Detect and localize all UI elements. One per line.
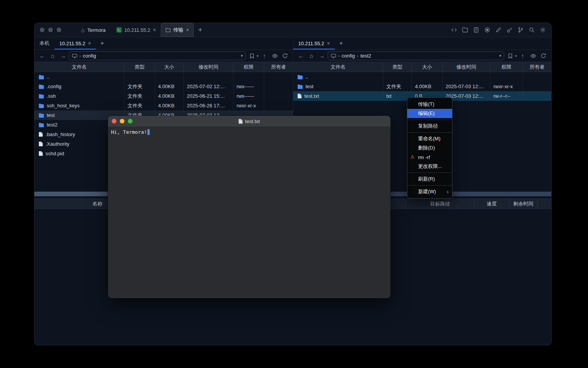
column-header-type[interactable]: 类型 bbox=[124, 62, 155, 72]
tab-remote-host[interactable]: 10.211.55.2 × bbox=[293, 37, 335, 49]
report-icon[interactable] bbox=[473, 26, 480, 33]
editor-titlebar[interactable]: test.txt bbox=[108, 116, 390, 127]
code-icon[interactable] bbox=[451, 26, 457, 33]
up-directory-button[interactable]: ↑ bbox=[260, 51, 269, 60]
pencil-icon[interactable] bbox=[495, 26, 502, 33]
menu-item-delete[interactable]: 删除(D) bbox=[407, 143, 452, 153]
back-button[interactable]: ← bbox=[38, 51, 47, 60]
zoom-window-button[interactable] bbox=[128, 119, 132, 123]
crumb-segment[interactable]: config bbox=[83, 53, 96, 59]
file-name: .. bbox=[305, 74, 308, 80]
column-header-target-path[interactable]: 目标路径 bbox=[406, 199, 475, 209]
bookmark-dropdown-icon[interactable]: ▾ bbox=[256, 54, 258, 58]
tab-transfer[interactable]: 传输 × bbox=[161, 23, 194, 37]
record-icon[interactable] bbox=[484, 26, 491, 33]
file-row[interactable]: test 文件夹 4.00KB 2025-07-03 12:... rwxr-x… bbox=[293, 82, 551, 91]
chevron-down-icon[interactable]: ▾ bbox=[499, 53, 501, 58]
file-row[interactable]: ssh_host_keys 文件夹 4.00KB 2025-06-26 17:.… bbox=[34, 101, 293, 110]
refresh-button[interactable] bbox=[539, 51, 548, 60]
close-icon[interactable]: × bbox=[186, 27, 189, 33]
menu-item-rename[interactable]: 重命名(M) bbox=[407, 134, 452, 143]
bookmark-button[interactable] bbox=[506, 51, 514, 60]
crumb-segment[interactable]: test2 bbox=[360, 53, 371, 59]
column-header-name[interactable]: 文件名 bbox=[293, 62, 383, 72]
folder-icon bbox=[39, 104, 44, 108]
show-hidden-button[interactable] bbox=[529, 51, 537, 60]
bookmark-button[interactable] bbox=[247, 51, 256, 60]
search-icon[interactable] bbox=[528, 26, 535, 33]
menu-item-copy-path[interactable]: 复制路径 bbox=[407, 122, 452, 131]
up-directory-button[interactable]: ↑ bbox=[518, 51, 527, 60]
chevron-down-icon[interactable]: ▾ bbox=[241, 53, 243, 58]
column-header-size[interactable]: 大小 bbox=[412, 62, 443, 72]
file-row[interactable]: .. bbox=[293, 72, 551, 82]
minimize-window-button[interactable] bbox=[48, 28, 53, 32]
refresh-button[interactable] bbox=[281, 51, 289, 60]
app-tab-label: Termora bbox=[87, 27, 106, 33]
menu-item-transfer[interactable]: 传输(T) bbox=[407, 100, 452, 109]
show-hidden-button[interactable] bbox=[270, 51, 279, 60]
column-header-remaining[interactable]: 剩余时间 bbox=[509, 199, 538, 209]
file-mtime bbox=[184, 72, 234, 82]
editor-window: test.txt Hi, Termora! bbox=[108, 116, 390, 298]
column-header-perm[interactable]: 权限 bbox=[490, 62, 523, 72]
key-icon[interactable] bbox=[506, 26, 513, 33]
close-window-button[interactable] bbox=[112, 119, 116, 123]
file-row[interactable]: .. bbox=[34, 72, 293, 82]
close-icon[interactable]: × bbox=[327, 41, 330, 46]
file-name: test bbox=[305, 84, 314, 89]
right-table-header: 文件名 类型 大小 修改时间 权限 所有者 bbox=[293, 62, 551, 72]
column-header-owner[interactable]: 所有者 bbox=[264, 62, 293, 72]
folder-icon[interactable] bbox=[462, 26, 469, 33]
column-header-speed[interactable]: 速度 bbox=[475, 199, 509, 209]
column-header-size[interactable]: 大小 bbox=[155, 62, 184, 72]
crumb-segment[interactable]: config bbox=[341, 53, 355, 59]
close-window-button[interactable] bbox=[40, 28, 44, 32]
file-owner bbox=[264, 72, 293, 82]
menu-separator bbox=[408, 120, 452, 120]
forward-button[interactable]: → bbox=[59, 51, 67, 60]
folder-icon bbox=[39, 94, 44, 99]
tab-local[interactable]: 本机 bbox=[34, 37, 54, 49]
file-name: test.txt bbox=[304, 93, 319, 99]
tab-ssh-host[interactable]: 10.211.55.2 × bbox=[112, 23, 161, 37]
close-icon[interactable]: × bbox=[153, 27, 156, 33]
app-tab-termora[interactable]: ⌂ Termora bbox=[75, 23, 112, 37]
breadcrumb[interactable]: › config › test2 ▾ bbox=[328, 51, 504, 60]
home-button[interactable]: ⌂ bbox=[48, 51, 57, 60]
folder-icon bbox=[39, 123, 44, 127]
forward-button[interactable]: → bbox=[317, 51, 326, 60]
zoom-window-button[interactable] bbox=[57, 28, 61, 32]
back-button[interactable]: ← bbox=[297, 51, 305, 60]
menu-item-change-permissions[interactable]: 更改权限... bbox=[407, 162, 452, 171]
home-button[interactable]: ⌂ bbox=[307, 51, 316, 60]
tab-label: 10.211.55.2 bbox=[59, 41, 85, 46]
branch-icon[interactable] bbox=[517, 26, 524, 33]
file-perm: rwx------ bbox=[234, 82, 264, 91]
column-header-mtime[interactable]: 修改时间 bbox=[184, 62, 234, 72]
new-tab-button[interactable]: + bbox=[194, 26, 207, 34]
breadcrumb[interactable]: › config ▾ bbox=[69, 51, 246, 60]
traffic-lights bbox=[34, 28, 67, 32]
file-row[interactable]: .ssh 文件夹 4.00KB 2025-06-21 15:... rwx---… bbox=[34, 91, 293, 101]
column-header-name[interactable]: 文件名 bbox=[34, 62, 124, 72]
column-header-type[interactable]: 类型 bbox=[383, 62, 412, 72]
menu-item-refresh[interactable]: 刷新(R) bbox=[407, 174, 452, 184]
file-name: ssh_host_keys bbox=[47, 103, 80, 108]
new-panel-tab-button[interactable]: + bbox=[96, 37, 108, 49]
column-header-owner[interactable]: 所有者 bbox=[523, 62, 551, 72]
file-row[interactable]: .config 文件夹 4.00KB 2025-07-02 12:... rwx… bbox=[34, 82, 293, 91]
settings-icon[interactable] bbox=[539, 26, 546, 33]
close-icon[interactable]: × bbox=[88, 41, 91, 46]
menu-item-edit[interactable]: 编辑(E) bbox=[407, 109, 452, 118]
minimize-window-button[interactable] bbox=[120, 119, 124, 123]
menu-item-new[interactable]: 新建(W) › bbox=[407, 187, 452, 196]
menu-item-rm-rf[interactable]: ⚠ rm -rf bbox=[407, 153, 452, 162]
new-panel-tab-button[interactable]: + bbox=[335, 37, 347, 49]
editor-text-area[interactable]: Hi, Termora! bbox=[108, 127, 390, 298]
bookmark-dropdown-icon[interactable]: ▾ bbox=[515, 54, 517, 58]
file-icon bbox=[39, 151, 43, 156]
column-header-mtime[interactable]: 修改时间 bbox=[443, 62, 490, 72]
tab-remote-host[interactable]: 10.211.55.2 × bbox=[54, 37, 96, 49]
column-header-perm[interactable]: 权限 bbox=[234, 62, 264, 72]
